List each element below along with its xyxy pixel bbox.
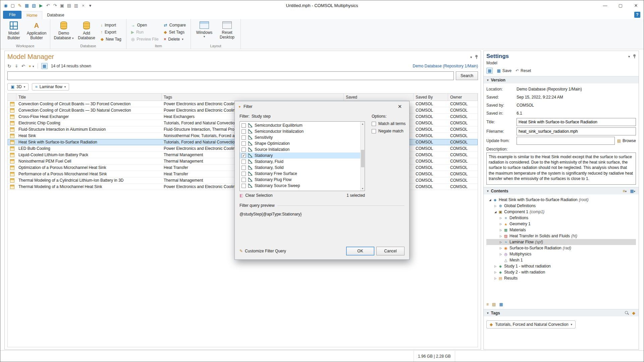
study-step-checkbox[interactable]	[241, 154, 246, 158]
add-database-button[interactable]: Add Database	[76, 20, 97, 41]
study-step-checkbox[interactable]	[241, 147, 246, 152]
open-button[interactable]: Open	[129, 21, 161, 28]
study-step-item[interactable]: Stationary	[240, 153, 360, 159]
expand-arrow-icon[interactable]: ▷	[498, 247, 503, 250]
expand-arrow-icon[interactable]: ▷	[498, 217, 503, 220]
compare-button[interactable]: Compare	[162, 21, 188, 28]
study-step-item[interactable]: Semiconductor Equilibrium	[240, 122, 360, 128]
title-field[interactable]	[517, 118, 636, 126]
tree-item[interactable]: ▷◈Study 2 - with radiation	[486, 269, 636, 275]
tree-item[interactable]: ▷▦Materials	[486, 227, 636, 233]
collapse-arrow-icon[interactable]: ◢	[488, 198, 492, 201]
clear-selection-button[interactable]: Clear Selection	[245, 193, 272, 198]
study-step-item[interactable]: Shape Optimization	[240, 140, 360, 146]
tree-item[interactable]: ▷◎Multiphysics	[486, 251, 636, 257]
filter-chip-laminar-flow[interactable]: Laminar flow ▾	[32, 83, 69, 90]
import-button[interactable]: Import	[99, 21, 123, 28]
repository-link[interactable]: Demo Database (Repository 1/Main)	[413, 64, 478, 68]
folder-view-icon[interactable]	[492, 302, 496, 307]
scroll-up-icon[interactable]: ▲	[361, 122, 365, 126]
redo-icon[interactable]: ↷	[52, 2, 58, 9]
back-icon[interactable]	[21, 64, 25, 69]
reset-button[interactable]: Reset	[516, 68, 531, 73]
description-field[interactable]: This example is similar to the Heat Sink…	[486, 153, 636, 185]
study-step-checkbox[interactable]	[241, 172, 246, 176]
save-icon[interactable]: ▦	[23, 2, 30, 9]
open-icon[interactable]: ✎	[16, 2, 23, 9]
help-button[interactable]: ?	[634, 12, 640, 18]
tab-file[interactable]: File	[3, 11, 21, 19]
minimize-button[interactable]: —	[597, 0, 613, 10]
find-tags-icon[interactable]	[625, 311, 629, 315]
save-to-database-icon[interactable]: ▧	[31, 2, 37, 9]
scrollbar-thumb[interactable]	[361, 150, 364, 167]
ok-button[interactable]: OK	[346, 247, 374, 255]
pin-icon[interactable]	[633, 54, 636, 59]
study-step-item[interactable]: Source Initialization	[240, 146, 360, 153]
pin-icon[interactable]	[475, 55, 478, 59]
study-step-item[interactable]: Stationary Source Sweep	[240, 183, 360, 189]
panel-menu-icon[interactable]	[470, 55, 472, 59]
study-step-item[interactable]: Stationary Free Surface	[240, 171, 360, 177]
view-toggle-button[interactable]	[41, 63, 48, 69]
scrollbar[interactable]: ▲ ▼	[360, 122, 365, 191]
expand-arrow-icon[interactable]: ▷	[493, 271, 498, 274]
model-builder-button[interactable]: Model Builder	[3, 20, 24, 41]
comsol-icon[interactable]: ◉	[2, 2, 9, 9]
delete-button[interactable]: Delete ▾	[162, 36, 188, 43]
model-manager-toggle[interactable]	[486, 68, 493, 74]
study-step-checkbox[interactable]	[241, 160, 246, 164]
paste-icon[interactable]: ▤	[66, 2, 72, 9]
detail-view-icon[interactable]	[499, 302, 503, 307]
panel-menu-icon[interactable]	[628, 54, 630, 59]
windows-button[interactable]: Windows ▾	[194, 20, 215, 39]
add-tag-icon[interactable]	[632, 311, 635, 315]
dialog-title-bar[interactable]: Filter ✕	[235, 101, 409, 112]
save-button[interactable]: Save	[497, 68, 512, 73]
tree-item[interactable]: ▷⊕Global Definitions	[486, 203, 636, 209]
tree-item[interactable]: ▷▤Results	[486, 275, 636, 281]
tree-item[interactable]: ▷▲Geometry 1	[486, 221, 636, 227]
match-all-terms-option[interactable]: Match all terms	[372, 121, 406, 126]
study-step-checkbox[interactable]	[241, 141, 246, 146]
study-step-checkbox[interactable]	[241, 123, 246, 128]
expand-arrow-icon[interactable]: ▷	[493, 204, 498, 207]
tree-item[interactable]: ◢▣Component 1(comp1)	[486, 209, 636, 215]
expand-arrow-icon[interactable]: ▷	[498, 235, 503, 238]
browse-button[interactable]: Browse	[617, 138, 636, 143]
search-button[interactable]: Search	[456, 71, 478, 80]
tab-home[interactable]: Home	[21, 11, 42, 19]
study-step-item[interactable]: Semiconductor Initialization	[240, 128, 360, 134]
cancel-button[interactable]: Cancel	[376, 247, 405, 255]
duplicate-icon[interactable]: ▥	[73, 2, 79, 9]
import-results-icon[interactable]	[15, 64, 18, 68]
column-tags[interactable]: Tags	[162, 94, 344, 101]
close-button[interactable]: ✕	[628, 0, 644, 10]
delete-icon[interactable]: ×	[80, 2, 87, 9]
demo-database-button[interactable]: Demo Database ▾	[53, 20, 74, 41]
expand-arrow-icon[interactable]: ▷	[498, 241, 503, 244]
update-from-field[interactable]	[517, 137, 615, 145]
study-step-checkbox[interactable]	[241, 178, 246, 182]
run-icon[interactable]: ▶	[38, 2, 44, 9]
section-contents[interactable]: ▾ Contents ▾ ▾	[484, 187, 639, 194]
tree-item[interactable]: ▷≡Definitions	[486, 215, 636, 221]
tree-item[interactable]: ▷◈Study 1 - without radiation	[486, 263, 636, 269]
study-step-checkbox[interactable]	[241, 184, 246, 188]
expand-arrow-icon[interactable]: ▷	[493, 265, 498, 268]
maximize-button[interactable]: ▢	[613, 0, 628, 10]
toolbar-options-icon[interactable]: ▾	[87, 2, 94, 9]
study-step-item[interactable]: Sensitivity	[240, 134, 360, 140]
export-button[interactable]: Export	[99, 28, 123, 36]
filter-chip-3d[interactable]: 3D ▾	[7, 83, 29, 90]
set-tags-button[interactable]: Set Tags	[162, 28, 188, 36]
tree-item[interactable]: ◢◈Heat Sink with Surface-to-Surface Radi…	[486, 197, 636, 203]
reset-desktop-button[interactable]: Reset Desktop	[216, 20, 238, 41]
expand-arrow-icon[interactable]: ▷	[498, 223, 503, 226]
new-icon[interactable]: ▢	[9, 2, 16, 9]
tab-database[interactable]: Database	[42, 11, 69, 19]
tree-item[interactable]: ▷≈Laminar Flow(spf)	[486, 239, 636, 245]
new-tag-button[interactable]: New Tag	[99, 36, 123, 43]
copy-icon[interactable]: ▣	[59, 2, 65, 9]
tree-item[interactable]: ▷◉Surface-to-Surface Radiation(rad)	[486, 245, 636, 251]
